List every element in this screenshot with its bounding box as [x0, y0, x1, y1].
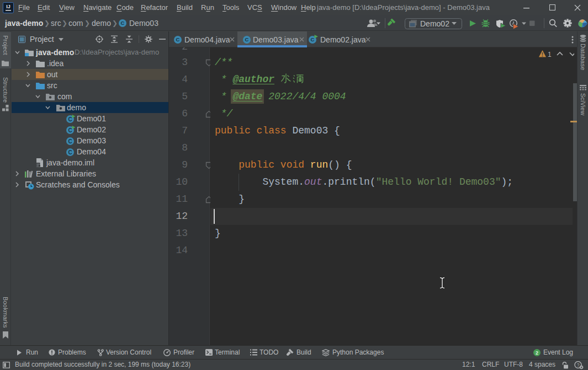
svg-text:C: C	[176, 36, 180, 42]
svg-text:?: ?	[577, 362, 580, 368]
svg-text:2: 2	[536, 350, 538, 356]
svg-text:C: C	[68, 127, 72, 133]
svg-text:C: C	[68, 138, 72, 144]
svg-text:C: C	[311, 36, 315, 42]
svg-text:Demo02: Demo02	[420, 19, 449, 28]
svg-text:C: C	[121, 20, 125, 26]
svg-text:C: C	[68, 116, 72, 122]
svg-text:IJ: IJ	[6, 4, 10, 9]
svg-text:C: C	[245, 36, 249, 42]
svg-text:C: C	[68, 149, 72, 155]
svg-text:1: 1	[548, 51, 552, 58]
